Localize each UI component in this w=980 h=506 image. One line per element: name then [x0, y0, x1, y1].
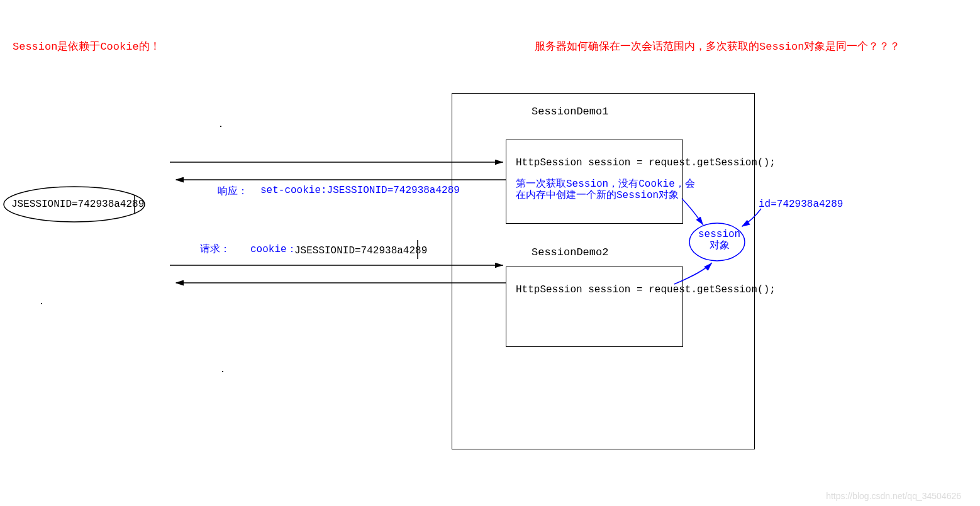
dot — [220, 126, 221, 127]
session-demo1-title: SessionDemo1 — [532, 106, 608, 118]
title-left: Session是依赖于Cookie的！ — [13, 39, 160, 53]
watermark: https://blog.csdn.net/qq_34504626 — [826, 491, 961, 501]
session-demo2-title: SessionDemo2 — [532, 246, 608, 258]
diagram-stage: Session是依赖于Cookie的！ 服务器如何确保在一次会话范围内，多次获取… — [0, 0, 980, 506]
request-label: 请求： — [200, 243, 230, 256]
title-right: 服务器如何确保在一次会话范围内，多次获取的Session对象是同一个？？？ — [535, 39, 900, 53]
request-cookie-label: cookie： — [250, 243, 297, 256]
response-arrow-top — [170, 156, 509, 168]
response-label: 响应： — [218, 185, 248, 198]
request-cookie-tick — [415, 240, 421, 259]
request-cookie-value: JSESSIONID=742938a4289 — [294, 245, 427, 256]
client-cookie-tick — [132, 195, 138, 214]
client-cookie-text: JSESSIONID=742938a4289 — [11, 199, 144, 210]
response-arrow-back — [170, 173, 509, 186]
request-arrow-back — [170, 277, 509, 289]
dot — [222, 371, 223, 372]
dot — [41, 303, 42, 304]
request-arrow-top — [170, 259, 509, 272]
response-value: set-cookie:JSESSIONID=742938a4289 — [260, 185, 460, 196]
blue-connector-arrows — [629, 163, 843, 302]
